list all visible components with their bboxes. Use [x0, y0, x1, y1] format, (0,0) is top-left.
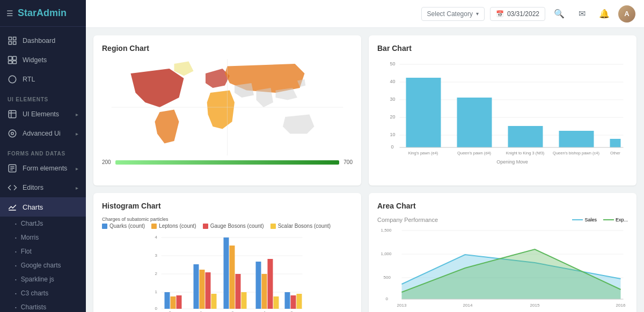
svg-text:10: 10: [390, 132, 396, 137]
region-chart-title: Region Chart: [102, 44, 353, 53]
svg-rect-5: [13, 56, 17, 60]
legend-gauge-dot: [203, 224, 208, 229]
svg-text:Other: Other: [610, 151, 620, 155]
subnav-sparklinejs[interactable]: • Sparkline js: [0, 272, 86, 286]
region-chart-container: 200 700: [102, 59, 353, 177]
notifications-button[interactable]: 🔔: [596, 5, 613, 23]
area-chart-subtitle: Company Performance: [377, 217, 438, 223]
subnav-chartists[interactable]: • Chartists: [0, 300, 86, 312]
svg-rect-50: [165, 292, 170, 309]
sub-dot-icon-flot: •: [15, 249, 17, 254]
charts-subnav: • ChartJs • Morris • Flot • Google chart…: [0, 217, 86, 312]
sidebar-item-form-elements[interactable]: Form elements ▸: [0, 159, 86, 178]
area-chart-svg: 1,500 1,000 500 0: [377, 225, 628, 312]
svg-rect-60: [241, 292, 247, 309]
svg-text:1: 1: [155, 289, 158, 294]
select-category-dropdown[interactable]: Select Category ▾: [421, 7, 485, 21]
svg-rect-1: [13, 37, 16, 40]
chevron-down-icon-adv: ▸: [76, 131, 78, 137]
sidebar-item-widgets[interactable]: Widgets: [0, 50, 86, 70]
svg-rect-54: [200, 270, 205, 309]
chevron-down-select-icon: ▾: [476, 11, 479, 17]
svg-text:1,000: 1,000: [381, 251, 392, 256]
form-elements-icon: [8, 164, 17, 173]
sidebar-item-dashboard[interactable]: Dashboard: [0, 31, 86, 50]
svg-text:30: 30: [390, 96, 396, 102]
legend-leptons: Leptons (count): [151, 223, 196, 229]
editors-icon: [8, 183, 17, 192]
legend-scalar-dot: [270, 224, 276, 229]
subnav-chartjs[interactable]: • ChartJs: [0, 217, 86, 231]
svg-point-13: [11, 132, 14, 135]
svg-rect-4: [9, 56, 12, 60]
sidebar-item-ui-elements[interactable]: UI Elements ▸: [0, 105, 86, 124]
svg-rect-7: [13, 61, 17, 64]
hamburger-icon[interactable]: ☰: [6, 9, 13, 18]
histogram-legend: Quarks (count) Leptons (count) Gauge Bos…: [102, 223, 353, 229]
legend-sales: Sales: [572, 217, 597, 222]
legend-sales-line: [572, 219, 583, 220]
bar-queen-bishop: [559, 131, 594, 147]
subnav-morris-label: Morris: [21, 234, 39, 241]
svg-text:0: 0: [155, 306, 158, 311]
histogram-container: Charges of subatomic particles Quarks (c…: [102, 217, 353, 312]
color-scale: 200 700: [102, 159, 353, 165]
subnav-google-label: Google charts: [21, 262, 61, 269]
svg-text:Opening Move: Opening Move: [496, 159, 528, 165]
section-title-ui: UI ELEMENTS: [0, 89, 86, 105]
bell-icon: 🔔: [599, 9, 610, 19]
histogram-chart-card: Histogram Chart Charges of subatomic par…: [93, 193, 361, 312]
sidebar-item-editors[interactable]: Editors ▸: [0, 178, 86, 197]
sidebar-item-dashboard-label: Dashboard: [23, 37, 55, 44]
sidebar-item-widgets-label: Widgets: [23, 56, 47, 64]
region-chart-card: Region Chart: [93, 35, 361, 185]
charts-icon: [8, 202, 17, 212]
subnav-c3-label: C3 charts: [21, 289, 48, 297]
svg-rect-58: [230, 246, 235, 309]
user-avatar[interactable]: A: [618, 5, 635, 23]
legend-exp: Exp...: [603, 217, 628, 222]
legend-scalar-label: Scalar Bosons (count): [278, 223, 331, 229]
sidebar-header: ☰ StarAdmin: [0, 0, 86, 27]
subnav-morris[interactable]: • Morris: [0, 231, 86, 244]
subnav-flot[interactable]: • Flot: [0, 244, 86, 258]
sidebar-item-advanced-ui[interactable]: Advanced Ui ▸: [0, 124, 86, 143]
svg-rect-6: [9, 61, 12, 64]
subnav-flot-label: Flot: [21, 248, 32, 255]
bar-chart-container: 50 40 30 20 10 0: [377, 59, 628, 177]
sub-dot-icon-google: •: [15, 263, 17, 268]
svg-rect-61: [256, 262, 261, 309]
legend-leptons-dot: [151, 224, 157, 229]
svg-text:King's pawn (e4): King's pawn (e4): [408, 151, 438, 155]
svg-text:Knight to King 3 (Nf3): Knight to King 3 (Nf3): [506, 151, 545, 155]
brand-name: StarAdmin: [18, 8, 67, 19]
svg-rect-66: [291, 295, 296, 309]
legend-scalar: Scalar Bosons (count): [270, 223, 331, 229]
messages-button[interactable]: ✉: [573, 5, 590, 23]
sidebar-item-charts[interactable]: Charts: [0, 197, 86, 217]
svg-rect-65: [285, 292, 290, 309]
svg-text:1,500: 1,500: [381, 228, 392, 233]
search-button[interactable]: 🔍: [551, 5, 568, 23]
brand-name-star: Star: [18, 8, 36, 18]
sidebar-item-editors-label: Editors: [23, 184, 43, 191]
sub-dot-icon-c3: •: [15, 291, 17, 296]
chevron-down-icon-form: ▸: [76, 166, 78, 172]
svg-rect-55: [206, 272, 211, 309]
sidebar-item-rtl[interactable]: RTL: [0, 70, 86, 89]
svg-rect-63: [268, 259, 273, 309]
svg-point-8: [9, 76, 16, 83]
svg-text:20: 20: [390, 114, 396, 120]
advanced-ui-icon: [8, 129, 17, 138]
bar-knight: [508, 126, 543, 147]
bar-other: [610, 139, 621, 147]
date-picker[interactable]: 📅 03/31/2022: [490, 7, 545, 21]
subnav-c3-charts[interactable]: • C3 charts: [0, 286, 86, 300]
histogram-svg: 4 3 2 1 0: [102, 232, 353, 312]
sidebar-item-advui-left: Advanced Ui: [8, 129, 61, 138]
sub-dot-icon-morris: •: [15, 235, 17, 240]
subnav-google-charts[interactable]: • Google charts: [0, 258, 86, 272]
svg-text:50: 50: [390, 61, 396, 66]
svg-text:0: 0: [386, 296, 389, 301]
main: Select Category ▾ 📅 03/31/2022 🔍 ✉ 🔔 A R…: [86, 0, 644, 312]
